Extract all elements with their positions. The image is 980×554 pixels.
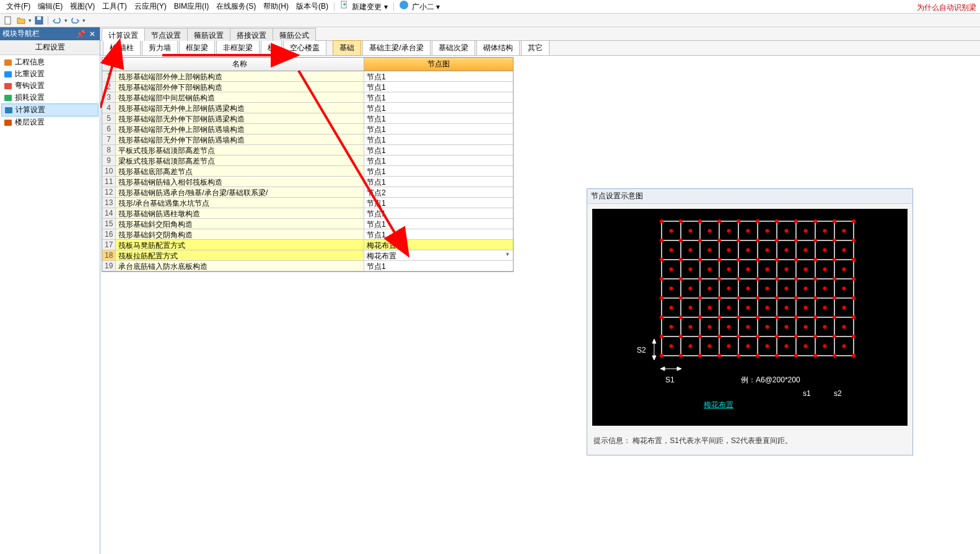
row-name[interactable]: 筏形基础端部中间层钢筋构造 (116, 92, 364, 102)
row-name[interactable]: 筏板拉筋配置方式 (116, 250, 364, 260)
tab2-8[interactable]: 基础次梁 (432, 40, 475, 56)
row-name[interactable]: 筏形基础斜交阳角构造 (116, 219, 364, 229)
menu-tools[interactable]: 工具(T) (98, 0, 130, 13)
tab1-2[interactable]: 箍筋设置 (187, 28, 230, 41)
tab2-10[interactable]: 其它 (521, 40, 549, 56)
tab1-1[interactable]: 节点设置 (144, 28, 188, 41)
row-name[interactable]: 筏形/承台基础遇集水坑节点 (116, 198, 364, 208)
table-row[interactable]: 19 承台底筋锚入防水底板构造 节点1 (102, 261, 513, 271)
row-name[interactable]: 筏形基础端部外伸上部钢筋构造 (116, 71, 364, 81)
table-row[interactable]: 3 筏形基础端部中间层钢筋构造 节点1 (102, 92, 513, 103)
nav-item-5[interactable]: 楼层设置 (1, 117, 98, 128)
tab1-0[interactable]: 计算设置 (102, 28, 145, 41)
menu-bim[interactable]: BIM应用(I) (170, 0, 213, 13)
table-row[interactable]: 13 筏形/承台基础遇集水坑节点 节点1 (102, 198, 513, 208)
table-row[interactable]: 6 筏形基础端部无外伸上部钢筋遇墙构造 节点1 (102, 124, 513, 134)
row-node[interactable]: 节点1 (364, 82, 513, 92)
row-node[interactable]: 节点2 (364, 187, 513, 197)
nav-item-4[interactable]: 计算设置 (1, 103, 98, 117)
open-button[interactable] (15, 15, 27, 26)
row-node[interactable]: 节点1 (364, 166, 513, 176)
row-name[interactable]: 筏形基础端部外伸下部钢筋构造 (116, 82, 364, 92)
table-row[interactable]: 10 筏形基础底部高差节点 节点1 (102, 166, 513, 177)
row-node[interactable]: 节点1 (364, 177, 513, 187)
table-row[interactable]: 16 筏形基础斜交阴角构造 节点1 (102, 229, 513, 240)
row-node[interactable]: 节点1 (364, 198, 513, 208)
table-row[interactable]: 18 筏板拉筋配置方式 梅花布置▾ (102, 250, 513, 261)
table-row[interactable]: 7 筏形基础端部无外伸下部钢筋遇墙构造 节点1 (102, 134, 513, 145)
menu-edit[interactable]: 编辑(E) (34, 0, 66, 13)
tab2-7[interactable]: 基础主梁/承台梁 (362, 40, 430, 56)
row-node[interactable]: 节点1 (364, 261, 513, 271)
table-row[interactable]: 5 筏形基础端部无外伸下部钢筋遇梁构造 节点1 (102, 113, 513, 124)
row-name[interactable]: 筏形基础端部无外伸上部钢筋遇梁构造 (116, 103, 364, 113)
row-name[interactable]: 筏形基础钢筋遇承台/独基/承台梁/基础联系梁/ (116, 187, 364, 197)
row-node[interactable]: 节点1 (364, 113, 513, 123)
row-node[interactable]: 节点1 (364, 71, 513, 81)
menu-cloud[interactable]: 云应用(Y) (131, 0, 170, 13)
new-file-button[interactable] (2, 15, 14, 26)
table-row[interactable]: 17 筏板马凳筋配置方式 梅花布置 (102, 240, 513, 250)
undo-button[interactable] (51, 15, 63, 26)
tab1-4[interactable]: 箍筋公式 (273, 28, 316, 41)
tab2-2[interactable]: 框架梁 (179, 40, 215, 56)
nav-subtitle[interactable]: 工程设置 (0, 40, 100, 55)
row-name[interactable]: 筏形基础斜交阴角构造 (116, 229, 364, 239)
row-node[interactable]: 节点1 (364, 145, 513, 155)
menu-file[interactable]: 文件(F) (2, 0, 34, 13)
tab2-4[interactable]: 板 (261, 40, 282, 56)
row-node[interactable]: 节点1 (364, 156, 513, 165)
row-name[interactable]: 筏形基础底部高差节点 (116, 166, 364, 176)
pin-icon[interactable]: 📌 (76, 30, 85, 38)
table-row[interactable]: 4 筏形基础端部无外伸上部钢筋遇梁构造 节点1 (102, 103, 513, 113)
nav-item-0[interactable]: 工程信息 (1, 56, 98, 68)
tab2-0[interactable]: 柱/墙柱 (103, 40, 141, 56)
table-row[interactable]: 2 筏形基础端部外伸下部钢筋构造 节点1 (102, 82, 513, 92)
tab2-9[interactable]: 砌体结构 (476, 40, 520, 56)
row-node[interactable]: 节点1 (364, 219, 513, 229)
tab2-6[interactable]: 基础 (333, 40, 361, 56)
close-icon[interactable]: ✕ (87, 30, 97, 38)
table-row[interactable]: 14 筏形基础钢筋遇柱墩构造 节点1 (102, 208, 513, 219)
user-menu[interactable]: 广小二 ▾ (396, 0, 444, 14)
new-change-button[interactable]: 新建变更 ▾ (336, 0, 392, 14)
nav-item-3[interactable]: 损耗设置 (1, 92, 98, 103)
row-node[interactable]: 节点1 (364, 92, 513, 102)
tab1-3[interactable]: 搭接设置 (230, 28, 273, 41)
row-node[interactable]: 节点1 (364, 103, 513, 113)
nav-item-1[interactable]: 比重设置 (1, 68, 98, 80)
row-name[interactable]: 承台底筋锚入防水底板构造 (116, 261, 364, 271)
row-name[interactable]: 筏板马凳筋配置方式 (116, 240, 364, 250)
nav-item-2[interactable]: 弯钩设置 (1, 80, 98, 92)
table-row[interactable]: 11 筏形基础钢筋锚入相邻筏板构造 节点1 (102, 177, 513, 187)
row-node[interactable]: 梅花布置▾ (364, 250, 513, 260)
menu-help[interactable]: 帮助(H) (260, 0, 292, 13)
row-name[interactable]: 筏形基础端部无外伸下部钢筋遇梁构造 (116, 113, 364, 123)
row-name[interactable]: 梁板式筏形基础顶部高差节点 (116, 156, 364, 165)
row-name[interactable]: 筏形基础端部无外伸下部钢筋遇墙构造 (116, 134, 364, 144)
row-node[interactable]: 节点1 (364, 229, 513, 239)
tab2-1[interactable]: 剪力墙 (142, 40, 178, 56)
table-row[interactable]: 1 筏形基础端部外伸上部钢筋构造 节点1 (102, 71, 513, 82)
table-row[interactable]: 12 筏形基础钢筋遇承台/独基/承台梁/基础联系梁/ 节点2 (102, 187, 513, 198)
menu-online[interactable]: 在线服务(S) (212, 0, 260, 13)
col-node[interactable]: 节点图 (364, 58, 513, 71)
row-node[interactable]: 梅花布置 (364, 240, 513, 250)
table-row[interactable]: 8 平板式筏形基础顶部高差节点 节点1 (102, 145, 513, 156)
right-note[interactable]: 为什么自动识别梁 (917, 2, 976, 13)
dropdown-icon[interactable]: ▾ (506, 251, 509, 257)
row-name[interactable]: 筏形基础钢筋锚入相邻筏板构造 (116, 177, 364, 187)
save-button[interactable] (33, 15, 45, 26)
tab2-3[interactable]: 非框架梁 (216, 40, 260, 56)
row-name[interactable]: 筏形基础端部无外伸上部钢筋遇墙构造 (116, 124, 364, 134)
menu-view[interactable]: 视图(V) (66, 0, 98, 13)
menu-version[interactable]: 版本号(B) (292, 0, 332, 13)
tab2-5[interactable]: 空心楼盖 (283, 40, 326, 56)
row-node[interactable]: 节点1 (364, 124, 513, 134)
row-node[interactable]: 节点1 (364, 134, 513, 144)
redo-button[interactable] (69, 15, 81, 26)
table-row[interactable]: 9 梁板式筏形基础顶部高差节点 节点1 (102, 156, 513, 166)
table-row[interactable]: 15 筏形基础斜交阳角构造 节点1 (102, 219, 513, 229)
row-name[interactable]: 平板式筏形基础顶部高差节点 (116, 145, 364, 155)
row-node[interactable]: 节点1 (364, 208, 513, 218)
